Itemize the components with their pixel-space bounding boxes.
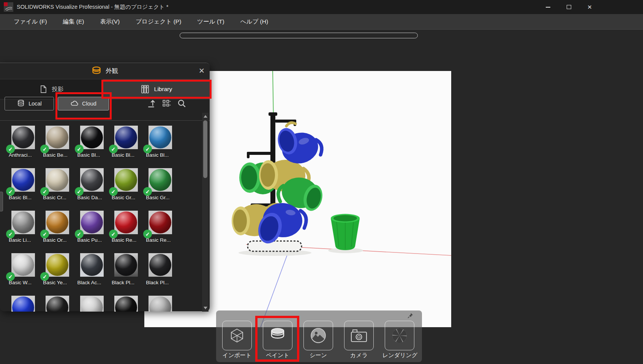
material-item[interactable]: ✓Basic Da... <box>80 168 104 206</box>
app-window: SOLIDWORKS Visualize Professional - 無題のプ… <box>0 0 643 364</box>
material-item[interactable]: ✓Basic Re... <box>149 211 172 249</box>
cloud-button-label: Cloud <box>82 101 96 107</box>
menu-help[interactable]: ヘルプ (H) <box>232 14 276 29</box>
tab-projection-label: 投影 <box>52 85 64 93</box>
material-label: Basic W... <box>9 280 47 285</box>
material-item[interactable]: ✓Black Pl... <box>114 253 138 291</box>
local-button[interactable]: Local <box>5 97 54 110</box>
material-thumbnail <box>11 253 35 277</box>
panel-side-handle[interactable] <box>0 192 3 211</box>
material-thumbnail <box>46 211 69 234</box>
material-item[interactable]: ✓ <box>11 296 35 312</box>
material-thumbnail <box>80 126 104 149</box>
material-thumbnail <box>80 211 104 234</box>
material-item[interactable]: ✓ <box>114 296 138 312</box>
material-thumbnail <box>46 168 69 192</box>
material-thumbnail <box>114 126 138 149</box>
material-sphere <box>81 296 103 312</box>
camera-button[interactable] <box>344 321 374 350</box>
search-icon[interactable] <box>177 99 187 109</box>
material-thumbnail <box>11 126 35 149</box>
material-item[interactable]: ✓Black Pl... <box>149 253 172 291</box>
axis-y-line <box>273 71 273 118</box>
main-toolbar: インポート ペイント シーン カメラ <box>216 310 422 362</box>
material-label: Black Ac... <box>77 280 116 285</box>
scroll-up-icon[interactable] <box>204 115 207 118</box>
local-button-label: Local <box>28 101 42 107</box>
menu-project[interactable]: プロジェクト (P) <box>128 14 189 29</box>
material-item[interactable]: ✓Basic Bl... <box>11 168 35 206</box>
paint-bucket-icon <box>92 66 101 76</box>
material-sphere <box>12 126 34 148</box>
material-item[interactable]: ✓Basic Bl... <box>80 126 104 164</box>
material-label: Basic Be... <box>43 152 82 158</box>
menu-view[interactable]: 表示(V) <box>92 14 128 29</box>
material-item[interactable]: ✓Anthraci... <box>11 126 35 164</box>
material-item[interactable]: ✓Basic Gr... <box>149 168 172 206</box>
material-sphere <box>81 169 103 191</box>
grid-view-icon[interactable] <box>162 99 172 109</box>
material-item[interactable]: ✓Basic Gr... <box>114 168 138 206</box>
cube-icon <box>229 327 245 344</box>
menu-tools[interactable]: ツール (T) <box>189 14 232 29</box>
material-item[interactable]: ✓Black Ac... <box>80 253 104 291</box>
close-button[interactable]: ✕ <box>581 0 598 14</box>
menu-edit[interactable]: 編集 (E) <box>55 14 92 29</box>
material-item[interactable]: ✓Basic Bl... <box>149 126 172 164</box>
menu-file[interactable]: ファイル (F) <box>6 14 55 29</box>
minimize-button[interactable] <box>539 0 556 14</box>
maximize-button[interactable] <box>560 0 577 14</box>
material-item[interactable]: ✓Basic Cr... <box>46 168 69 206</box>
material-item[interactable]: ✓Basic W... <box>11 253 35 291</box>
tab-library[interactable]: Library <box>103 79 210 99</box>
menu-bar: ファイル (F) 編集 (E) 表示(V) プロジェクト (P) ツール (T)… <box>0 14 643 30</box>
material-item[interactable]: ✓Basic Or... <box>46 211 69 249</box>
material-item[interactable]: ✓Basic Pu... <box>80 211 104 249</box>
render-button[interactable] <box>385 321 414 350</box>
material-sphere <box>115 169 137 191</box>
material-sphere <box>12 296 34 312</box>
document-icon <box>39 85 47 93</box>
material-sphere <box>149 254 171 276</box>
material-thumbnail <box>114 253 138 277</box>
paint-label: ペイント <box>261 352 295 359</box>
tab-library-label: Library <box>154 86 172 93</box>
upload-icon[interactable] <box>147 99 156 109</box>
scrollbar-thumb[interactable] <box>203 120 207 178</box>
material-grid: ✓Anthraci... ✓Basic Be... ✓Basic Bl... ✓… <box>0 121 210 312</box>
material-label: Basic Bl... <box>146 152 185 158</box>
material-label: Basic Da... <box>77 195 116 200</box>
material-item[interactable]: ✓Basic Bl... <box>114 126 138 164</box>
material-sphere <box>149 296 171 312</box>
scene-button[interactable] <box>303 321 333 350</box>
material-thumbnail <box>114 296 138 312</box>
green-cup <box>328 214 363 254</box>
import-button[interactable] <box>222 321 252 350</box>
scroll-down-icon[interactable] <box>204 307 207 309</box>
scene-label: シーン <box>301 352 335 359</box>
paint-button[interactable] <box>263 321 292 350</box>
panel-tabs: 投影 Library <box>0 79 210 99</box>
material-item[interactable]: ✓ <box>149 296 172 312</box>
panel-close-icon[interactable]: ✕ <box>199 66 205 75</box>
tab-projection[interactable]: 投影 <box>0 79 103 99</box>
material-item[interactable]: ✓ <box>80 296 104 312</box>
material-thumbnail <box>80 253 104 277</box>
scrollbar[interactable] <box>202 113 209 312</box>
material-label: Basic Bl... <box>77 152 116 158</box>
image-icon <box>310 327 327 344</box>
material-item[interactable]: ✓Basic Be... <box>46 126 69 164</box>
appearance-panel: 外観 ✕ 投影 Library <box>0 63 210 311</box>
material-item[interactable]: ✓Basic Li... <box>11 211 35 249</box>
pin-icon[interactable] <box>407 312 414 319</box>
camera-icon <box>350 328 368 344</box>
cloud-button[interactable]: Cloud <box>58 97 109 110</box>
material-item[interactable]: ✓Basic Re... <box>114 211 138 249</box>
database-icon <box>17 99 25 108</box>
material-label: Basic Gr... <box>146 195 185 200</box>
material-item[interactable]: ✓Basic Ye... <box>46 253 69 291</box>
material-sphere <box>46 211 68 233</box>
material-item[interactable]: ✓ <box>46 296 69 312</box>
material-thumbnail <box>114 211 138 234</box>
panel-title: 外観 <box>106 67 118 75</box>
